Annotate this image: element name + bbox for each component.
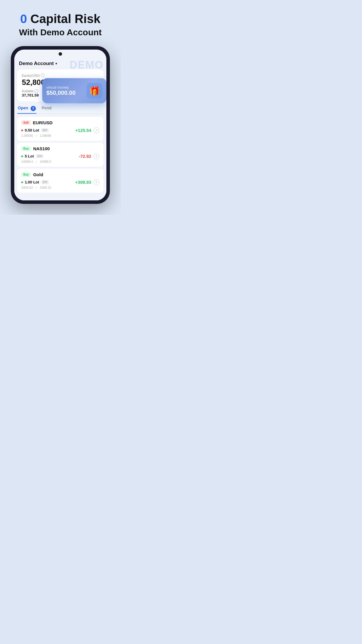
close-btn-gold[interactable]: × [94, 179, 99, 185]
camera-dot [59, 52, 62, 56]
gift-icon: 🎁 [87, 83, 102, 99]
phone-notch [14, 50, 106, 58]
phone-frame: Demo Account ▾ DEMO Equity(USD) i 52,800… [11, 46, 110, 204]
equity-info-icon[interactable]: i [41, 74, 45, 77]
trade-symbol-gold: Gold [33, 172, 43, 177]
trade-card-eur-usd: Sell EUR/USD 0.50 Lot 30X +125.54 [17, 117, 103, 141]
account-selector[interactable]: Demo Account ▾ [19, 61, 57, 66]
trades-list: Sell EUR/USD 0.50 Lot 30X +125.54 [14, 115, 106, 195]
phone-screen-area: Demo Account ▾ DEMO Equity(USD) i 52,800… [14, 50, 106, 200]
close-btn-nas100[interactable]: × [94, 153, 99, 159]
pnl-nas100: -72.92 [79, 154, 91, 159]
buy-badge-nas100: Buy [21, 146, 31, 151]
hero-title-part: Capital Risk [27, 12, 101, 26]
pnl-eur-usd: +125.54 [75, 128, 91, 133]
app-header: Demo Account ▾ DEMO [14, 58, 106, 69]
prices-gold: 1904.62 → 1908.15 [21, 186, 99, 189]
trade-symbol-nas100: NAS100 [33, 146, 50, 151]
leverage-nas100: 20X [36, 154, 44, 158]
virtual-amount: $50,000.00 [46, 90, 75, 96]
available-detail: Available i 37,701.59 [22, 89, 39, 97]
lot-gold: 1.00 Lot [25, 180, 39, 184]
available-value: 37,701.59 [22, 93, 39, 97]
trade-card-nas100: Buy NAS100 5 Lot 20X -72.92 × [17, 143, 103, 167]
virtual-money-card: virtual money $50,000.00 🎁 [42, 78, 106, 103]
hero-title: 0 Capital Risk [6, 12, 115, 26]
lot-eur-usd: 0.50 Lot [25, 128, 39, 132]
chevron-down-icon[interactable]: ▾ [55, 62, 57, 66]
prices-nas100: 14998.4 → 14986.0 [21, 160, 99, 163]
open-tab-badge: 3 [31, 106, 36, 111]
trade-dot-gold [21, 181, 23, 183]
pnl-gold: +308.93 [75, 180, 91, 185]
hero-subtitle: With Demo Account [6, 27, 115, 37]
lot-nas100: 5 Lot [25, 154, 34, 158]
equity-label: Equity(USD) i [22, 74, 99, 77]
trade-dot-nas100 [21, 155, 23, 157]
hero-section: 0 Capital Risk With Demo Account [0, 0, 121, 46]
account-name-label: Demo Account [19, 61, 54, 66]
leverage-gold: 20X [41, 180, 49, 184]
buy-badge-gold: Buy [21, 172, 31, 177]
trade-dot-eur-usd [21, 130, 23, 131]
available-info-icon[interactable]: i [34, 89, 38, 93]
app-screen: Demo Account ▾ DEMO Equity(USD) i 52,800… [14, 58, 106, 200]
tab-open[interactable]: Open 3 [17, 104, 36, 113]
tabs-row: Open 3 Pend [17, 104, 103, 114]
hero-zero: 0 [20, 12, 27, 26]
tab-pending[interactable]: Pend [41, 104, 52, 113]
trade-symbol-eur-usd: EUR/USD [33, 120, 53, 125]
tabs-section: Open 3 Pend [14, 104, 106, 115]
virtual-label: virtual money [46, 85, 75, 90]
sell-badge-eur-usd: Sell [21, 120, 31, 125]
prices-eur-usd: 1.08936 → 1.08686 [21, 134, 99, 137]
equity-card: Equity(USD) i 52,800.21 +360.55 Availabl… [17, 69, 103, 102]
leverage-eur-usd: 30X [41, 128, 49, 132]
close-btn-eur-usd[interactable]: × [94, 127, 99, 133]
phone-mockup: Demo Account ▾ DEMO Equity(USD) i 52,800… [11, 46, 110, 204]
trade-card-gold: Buy Gold 1.00 Lot 20X +308.93 × [17, 169, 103, 193]
